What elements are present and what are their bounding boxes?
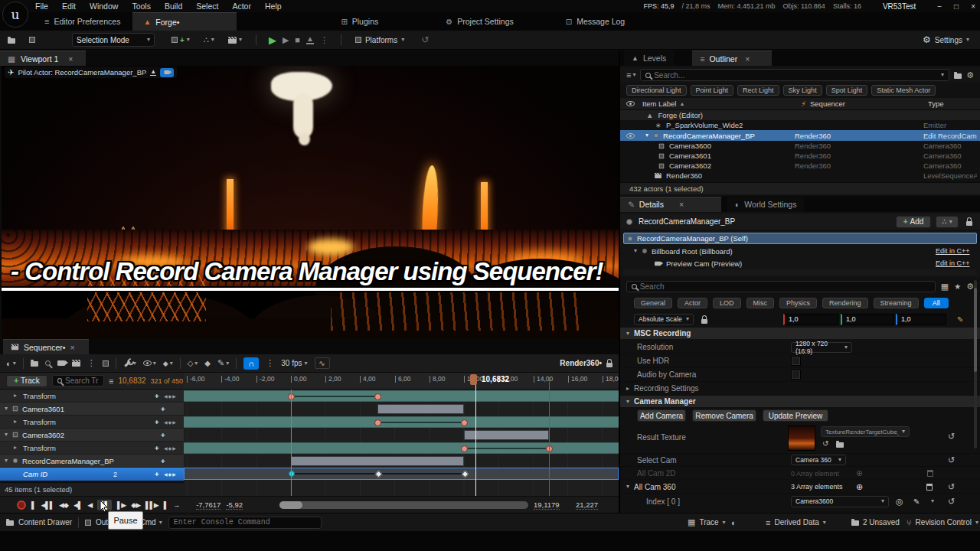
create-actor-icon[interactable] — [103, 360, 109, 367]
playback-end-line[interactable] — [549, 377, 550, 496]
settings-dropdown[interactable]: ⚙ Settings ▾ — [923, 34, 980, 45]
current-time-value[interactable]: 10,6832 — [118, 377, 145, 385]
twisty-icon[interactable]: ▾ — [5, 458, 8, 464]
result-texture-thumbnail[interactable] — [788, 425, 815, 451]
add-track-button[interactable]: + Track — [6, 375, 47, 387]
outliner-row-camera3601[interactable]: Camera3601 Render360 Camera360 — [620, 151, 980, 161]
add-track-button[interactable]: + — [161, 405, 165, 413]
edit-blueprint-button[interactable]: ∴ ▾ — [936, 216, 959, 228]
add-key-button[interactable]: + — [155, 470, 159, 478]
display-grid-icon[interactable]: ▦ — [941, 282, 949, 292]
add-actor-button[interactable]: + ▾ — [172, 36, 190, 44]
tab-outliner[interactable]: ≡ Outliner × — [692, 51, 772, 66]
close-icon[interactable]: × — [679, 200, 684, 209]
source-control-unsaved-button[interactable]: 2 Unsaved — [851, 518, 900, 527]
outliner-row-sparkvolume[interactable]: ∗ P_SparkVolume_Wide2 Emitter — [620, 120, 980, 130]
result-texture-dropdown[interactable]: TextureRenderTargetCube_0 ▾ — [821, 426, 910, 437]
keyframe[interactable] — [462, 471, 469, 478]
derived-data-dropdown[interactable]: ≡ Derived Data ▾ — [766, 518, 826, 527]
timeline-camera3602[interactable] — [184, 429, 619, 442]
track-row-recordcameramanager[interactable]: ▾ RecordCameraManager_BP + — [0, 455, 184, 468]
tab-rendering[interactable]: Rendering — [822, 298, 868, 308]
unreal-logo[interactable]: u — [2, 2, 28, 28]
sequencer-world-button[interactable]: ◐▾ — [6, 359, 16, 368]
maximize-icon[interactable]: □ — [954, 2, 959, 11]
tab-lod[interactable]: LOD — [713, 298, 741, 308]
tab-viewport-1[interactable]: ▦ Viewport 1 × — [0, 51, 86, 66]
insights-icon[interactable]: ◐ — [731, 518, 737, 527]
next-key-button[interactable]: ◆▶ — [131, 501, 140, 509]
track-search-input[interactable] — [65, 377, 99, 385]
timeline-transform-3[interactable] — [184, 442, 619, 454]
prev-key-button[interactable]: ◀◆ — [59, 501, 68, 509]
chip-directional-light[interactable]: Directional Light — [626, 85, 687, 96]
keyframe[interactable] — [461, 445, 468, 452]
step-back-button[interactable]: ◀▌▌ — [41, 501, 54, 509]
scale-x-field[interactable]: 1,0 — [783, 314, 838, 325]
new-folder-icon[interactable] — [954, 73, 962, 79]
playhead-line[interactable] — [475, 383, 476, 496]
console-command[interactable] — [168, 517, 322, 529]
chip-sky-light[interactable]: Sky Light — [783, 85, 822, 96]
twisty-icon[interactable]: ▾ — [5, 406, 8, 412]
chip-static-mesh-actor[interactable]: Static Mesh Actor — [871, 85, 936, 96]
refresh-icon[interactable]: ↺ — [421, 34, 429, 45]
use-hdr-checkbox[interactable] — [791, 356, 801, 366]
track-filter-icon[interactable]: ≡ — [109, 377, 113, 386]
timeline-cam-id[interactable] — [184, 468, 619, 480]
tab-details[interactable]: ✎ Details × — [620, 197, 721, 212]
resolution-dropdown[interactable]: 980 x 551 (16:9) ▾ — [791, 342, 852, 353]
keyframe[interactable] — [374, 393, 381, 400]
reset-icon[interactable]: ↺ — [948, 482, 955, 492]
sequence-name[interactable]: Render360• — [560, 359, 602, 367]
keyframe[interactable] — [375, 471, 383, 478]
play-options-icon[interactable]: ⋮ — [320, 35, 328, 45]
save-sequence-icon[interactable] — [31, 361, 38, 367]
back-frame-button[interactable]: ◀▌ — [74, 501, 82, 509]
chip-spot-light[interactable]: Spot Light — [826, 85, 868, 96]
auto-key-icon[interactable]: ◆ — [204, 359, 211, 367]
menu-file[interactable]: File — [35, 2, 48, 11]
browse-icon[interactable] — [836, 442, 844, 448]
lock-icon[interactable] — [606, 363, 612, 367]
viewport-scene[interactable]: ✈ Pilot Actor: RecordCameraManager_BP ▲ … — [2, 66, 619, 339]
twisty-icon[interactable]: ▾ — [5, 432, 8, 438]
menu-edit[interactable]: Edit — [62, 2, 76, 11]
track-row-camera3602[interactable]: ▾ Camera3602 + — [0, 429, 184, 442]
tab-sequencer[interactable]: Sequencer• × — [3, 339, 89, 354]
track-row-transform-1[interactable]: ▸ Transform + ◀◆▶ — [0, 390, 184, 403]
playback-start-line[interactable] — [291, 390, 292, 496]
trace-dropdown[interactable]: ▦ Trace ▾ — [688, 517, 726, 527]
section-bar[interactable] — [291, 456, 464, 466]
curve-editor-button[interactable]: ∿ — [315, 357, 330, 369]
scale-mode-dropdown[interactable]: Absolute Scale ▾ — [634, 314, 694, 325]
minimize-icon[interactable]: − — [937, 2, 942, 11]
cinematics-button[interactable]: ▾ — [228, 37, 242, 44]
scale-lock-icon[interactable] — [701, 319, 707, 324]
menu-window[interactable]: Window — [90, 2, 118, 11]
outliner-search[interactable]: ▾ — [640, 69, 949, 81]
tab-editor-preferences[interactable]: ≡ Editor Preferences — [35, 12, 129, 31]
playhead-marker[interactable] — [470, 374, 477, 385]
chevron-down-icon[interactable]: ▾ — [931, 498, 934, 504]
to-front-button[interactable]: ▌ — [31, 501, 35, 509]
tab-general[interactable]: General — [634, 298, 672, 308]
menu-build[interactable]: Build — [165, 2, 182, 11]
add-element-icon[interactable]: ⊕ — [856, 468, 863, 478]
tab-message-log[interactable]: ⊡ Message Log — [557, 12, 634, 31]
edit-in-cpp-link[interactable]: Edit in C++ — [936, 247, 970, 255]
add-camera-button[interactable]: Add Camera — [637, 409, 686, 422]
outliner-row-camera3602[interactable]: Camera3602 Render360 Camera360 — [620, 161, 980, 171]
lock-icon[interactable] — [966, 221, 972, 226]
scale-z-field[interactable]: 1,0 — [896, 314, 946, 325]
audio-by-camera-checkbox[interactable] — [791, 370, 801, 380]
pick-actor-icon[interactable]: ◎ — [896, 497, 903, 507]
track-row-transform-2[interactable]: ▸ Transform + ◀◆▶ — [0, 416, 184, 429]
keyframe[interactable] — [289, 471, 295, 477]
section-bar[interactable] — [377, 404, 464, 414]
timeline-transform-1[interactable] — [184, 390, 619, 402]
stop-button[interactable]: ■ — [295, 35, 300, 44]
blueprints-button[interactable]: ∴ ▾ — [204, 35, 214, 45]
track-search[interactable] — [52, 375, 104, 386]
timeline-transform-2[interactable] — [184, 416, 619, 428]
